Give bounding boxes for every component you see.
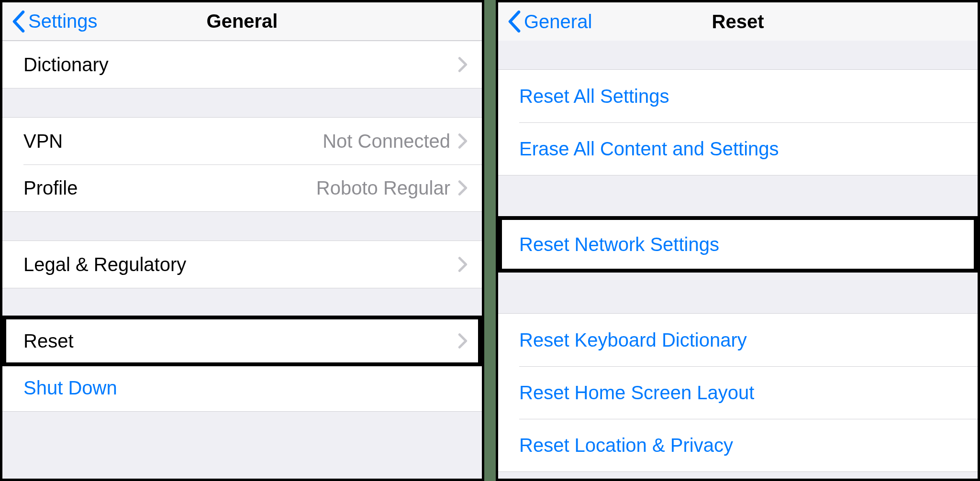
- reset-settings-panel: General Reset Reset All Settings Erase A…: [496, 0, 980, 481]
- row-label: Reset Home Screen Layout: [519, 382, 963, 404]
- group-dictionary: Dictionary: [2, 41, 482, 88]
- row-dictionary[interactable]: Dictionary: [2, 41, 482, 88]
- group-legal: Legal & Regulatory: [2, 240, 482, 288]
- chevron-right-icon: [458, 56, 468, 73]
- group-reset-erase: Reset All Settings Erase All Content and…: [498, 69, 978, 175]
- row-reset-network-settings[interactable]: Reset Network Settings: [498, 218, 978, 271]
- back-chevron-icon: [12, 11, 25, 33]
- row-label: Reset Keyboard Dictionary: [519, 329, 963, 351]
- vpn-status-value: Not Connected: [323, 131, 450, 152]
- spacer: [498, 41, 978, 69]
- row-reset[interactable]: Reset: [2, 317, 482, 364]
- back-label: General: [524, 11, 592, 33]
- row-label: Shut Down: [23, 377, 468, 399]
- row-label: Reset Network Settings: [519, 234, 963, 255]
- back-label: Settings: [28, 11, 98, 32]
- row-reset-location-privacy[interactable]: Reset Location & Privacy: [498, 419, 978, 471]
- group-reset-misc: Reset Keyboard Dictionary Reset Home Scr…: [498, 313, 978, 472]
- general-settings-panel: Settings General Dictionary VPN Not Conn…: [0, 0, 484, 481]
- row-label: Reset All Settings: [519, 86, 963, 107]
- reset-content: Reset All Settings Erase All Content and…: [498, 41, 978, 479]
- group-reset-shutdown: Reset Shut Down: [2, 317, 482, 412]
- spacer: [498, 271, 978, 313]
- chevron-right-icon: [458, 133, 468, 149]
- group-reset-network: Reset Network Settings: [498, 218, 978, 271]
- page-title-reset: Reset: [712, 11, 764, 33]
- chevron-right-icon: [458, 180, 468, 196]
- spacer: [498, 175, 978, 218]
- row-erase-all-content[interactable]: Erase All Content and Settings: [498, 122, 978, 175]
- row-shut-down[interactable]: Shut Down: [2, 364, 482, 411]
- back-to-general-button[interactable]: General: [508, 11, 592, 33]
- row-reset-keyboard-dictionary[interactable]: Reset Keyboard Dictionary: [498, 314, 978, 366]
- back-chevron-icon: [508, 11, 521, 33]
- row-legal-regulatory[interactable]: Legal & Regulatory: [2, 241, 482, 288]
- row-reset-all-settings[interactable]: Reset All Settings: [498, 70, 978, 122]
- row-label: VPN: [23, 131, 323, 152]
- row-label: Reset: [23, 330, 458, 352]
- spacer: [2, 288, 482, 317]
- spacer: [2, 212, 482, 240]
- page-title-general: General: [207, 11, 278, 32]
- row-label: Dictionary: [23, 54, 458, 76]
- row-label: Erase All Content and Settings: [519, 138, 963, 160]
- navbar-reset: General Reset: [498, 2, 978, 41]
- general-content: Dictionary VPN Not Connected Profile Rob…: [2, 41, 482, 479]
- row-vpn[interactable]: VPN Not Connected: [2, 118, 482, 164]
- row-reset-home-screen[interactable]: Reset Home Screen Layout: [498, 366, 978, 419]
- chevron-right-icon: [458, 256, 468, 273]
- navbar-general: Settings General: [2, 2, 482, 41]
- row-profile[interactable]: Profile Roboto Regular: [2, 164, 482, 211]
- chevron-right-icon: [458, 333, 468, 349]
- spacer: [2, 88, 482, 117]
- group-vpn-profile: VPN Not Connected Profile Roboto Regular: [2, 117, 482, 212]
- profile-value: Roboto Regular: [316, 177, 450, 199]
- back-to-settings-button[interactable]: Settings: [12, 11, 98, 33]
- row-label: Profile: [23, 177, 316, 199]
- row-label: Legal & Regulatory: [23, 254, 458, 275]
- row-label: Reset Location & Privacy: [519, 435, 963, 456]
